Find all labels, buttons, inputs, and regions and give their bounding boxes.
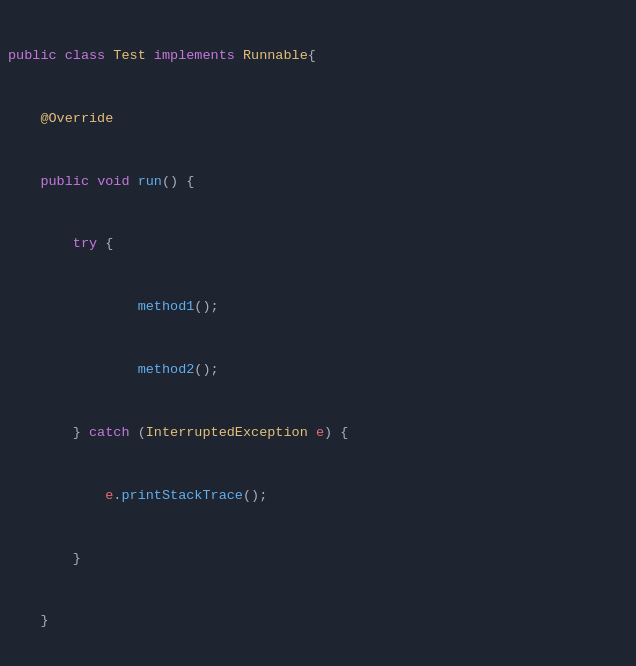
line-7: } catch (InterruptedException e) { <box>0 423 636 444</box>
line-9: } <box>0 549 636 570</box>
line-3: public void run() { <box>0 172 636 193</box>
line-10: } <box>0 611 636 632</box>
line-6: method2(); <box>0 360 636 381</box>
line-5: method1(); <box>0 297 636 318</box>
code-editor: public class Test implements Runnable{ @… <box>0 0 636 666</box>
line-4: try { <box>0 234 636 255</box>
line-1: public class Test implements Runnable{ <box>0 46 636 67</box>
line-8: e.printStackTrace(); <box>0 486 636 507</box>
line-2: @Override <box>0 109 636 130</box>
